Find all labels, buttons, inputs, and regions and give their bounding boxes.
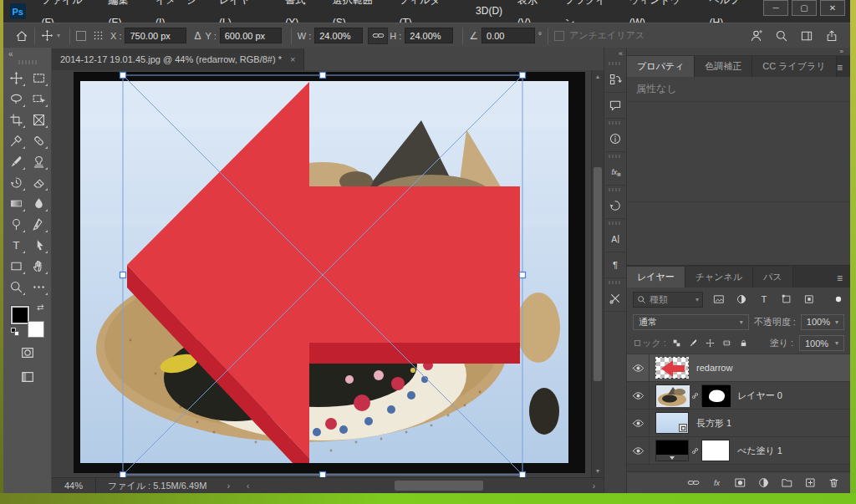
layer-thumbnail[interactable] [655,384,689,406]
antialias-checkbox[interactable] [554,31,564,41]
filter-image-icon[interactable] [713,293,725,305]
angle-input[interactable] [482,28,535,43]
panel-menu-icon[interactable]: ≡ [837,62,850,77]
slice-tool[interactable] [28,109,50,130]
swap-colors-icon[interactable]: ⇄ [37,303,43,312]
hand-tool[interactable] [28,256,50,277]
scroll-left-icon[interactable]: ‹ [238,481,257,491]
layer-comps-panel-icon[interactable] [604,67,627,92]
scroll-up-icon[interactable]: ▴ [592,73,604,80]
vertical-scrollbar[interactable]: ▴ ▾ [591,70,604,477]
share-icon[interactable] [825,29,838,43]
lock-pixels-icon[interactable] [689,339,698,348]
toolbar-grip[interactable] [18,60,37,64]
folder-icon[interactable] [781,476,793,489]
layer-mask-thumbnail[interactable] [701,440,730,461]
layers-tab[interactable]: パス [753,267,793,288]
properties-tab[interactable]: CC ライブラリ [752,56,836,77]
document-tab[interactable]: 2014-12-17 19.01.45.jpg @ 44% (redarrow,… [52,48,304,70]
lock-transparent-icon[interactable] [672,339,681,348]
clone-stamp-tool[interactable] [28,151,50,172]
link-icon[interactable] [687,476,700,489]
trash-icon[interactable] [828,476,840,489]
layer-row[interactable]: レイヤー 0 [627,382,850,410]
filter-toggle-icon[interactable] [833,293,844,305]
filter-adjustment-icon[interactable] [736,293,747,305]
background-color-swatch[interactable] [28,321,44,338]
styles-panel-icon[interactable]: fx [604,160,627,185]
lasso-tool[interactable] [5,89,28,109]
default-colors-icon[interactable] [11,328,19,336]
reference-point-grid-icon[interactable] [93,30,104,41]
marquee-tool[interactable] [28,68,50,89]
vertical-scroll-thumb[interactable] [594,167,602,381]
collapse-panels-icon[interactable]: » [840,48,843,55]
w-input[interactable] [314,28,363,43]
layer-visibility-eye-icon[interactable] [627,354,650,381]
layer-row[interactable]: べた塗り 1 [627,437,850,465]
maximize-button[interactable]: ▢ [792,0,817,16]
blend-mode-select[interactable]: 通常▾ [633,314,749,330]
document-image[interactable] [80,81,568,463]
home-icon[interactable] [15,29,28,43]
layer-visibility-eye-icon[interactable] [627,410,650,436]
object-selection-tool[interactable] [28,89,50,109]
lock-position-icon[interactable] [706,339,715,348]
crop-tool[interactable] [5,109,28,130]
eraser-tool[interactable] [28,172,50,193]
zoom-tool[interactable] [5,277,28,298]
chevron-down-icon[interactable]: ▾ [57,32,60,39]
history-panel-icon[interactable] [604,193,627,218]
layer-visibility-eye-icon[interactable] [627,437,650,464]
canvas-area[interactable] [52,70,591,477]
filter-smart-object-icon[interactable] [803,293,815,305]
fill-select[interactable]: 100%▾ [799,335,844,351]
layer-row[interactable]: redarrow [627,354,850,382]
account-icon[interactable] [749,28,763,43]
layer-thumbnail[interactable] [655,412,689,434]
blur-tool[interactable] [28,193,50,214]
layers-tab[interactable]: チャンネル [685,267,753,288]
tool-presets-panel-icon[interactable] [604,286,627,311]
delta-icon[interactable]: Δ [194,30,201,42]
opacity-select[interactable]: 100%▾ [801,314,844,330]
minimize-button[interactable]: ─ [763,0,788,16]
history-brush-tool[interactable] [5,172,28,193]
move-tool-preset-icon[interactable] [41,29,54,42]
layer-filter-type-select[interactable]: 種類 ▾ [633,292,703,308]
collapse-toolbar-icon[interactable]: « [3,48,13,59]
eyedropper-tool[interactable] [5,130,28,151]
brush-tool[interactable] [5,151,28,172]
move-tool[interactable] [5,68,28,89]
pen-tool[interactable] [28,214,50,235]
horizontal-scroll-thumb[interactable] [395,481,482,491]
y-input[interactable] [220,28,282,43]
adjustment-icon[interactable] [757,476,770,489]
dodge-tool[interactable] [5,214,28,235]
rectangle-tool[interactable] [5,256,28,277]
search-icon[interactable] [775,29,788,43]
path-select-tool[interactable] [28,235,50,256]
gradient-tool[interactable] [5,193,28,214]
horizontal-scrollbar[interactable] [257,478,583,493]
layer-thumbnail[interactable] [655,357,689,379]
layer-row[interactable]: 長方形 1 [627,410,850,437]
h-input[interactable] [405,28,453,43]
workspace-switcher-icon[interactable] [800,29,813,43]
layers-tab[interactable]: レイヤー [627,267,685,288]
x-input[interactable] [125,28,186,43]
info-panel-icon[interactable] [604,126,627,151]
layer-mask-thumbnail[interactable] [701,384,730,406]
layer-thumbnail[interactable] [655,440,689,461]
link-dimensions-icon[interactable] [368,28,388,44]
expand-panels-icon[interactable]: « [619,48,626,59]
reference-point-checkbox[interactable] [76,31,86,41]
new-layer-icon[interactable] [804,476,817,489]
paragraph-panel-icon[interactable]: ¶ [604,252,627,277]
scroll-right-icon[interactable]: › [584,481,604,491]
red-arrow-layer[interactable] [80,81,568,463]
foreground-color-swatch[interactable] [11,306,29,324]
filter-shape-icon[interactable] [781,293,792,305]
healing-brush-tool[interactable] [28,130,50,151]
document-tab-close-icon[interactable]: × [290,54,295,64]
